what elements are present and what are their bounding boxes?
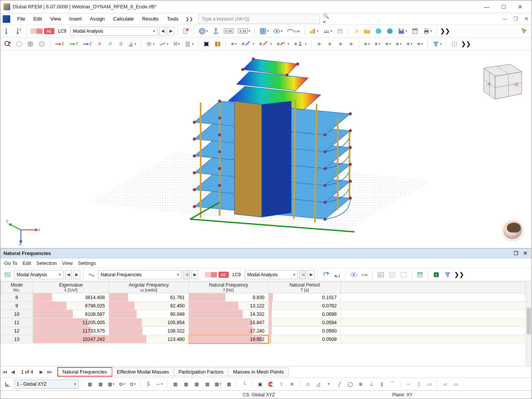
design-situation-swatch[interactable] — [30, 28, 43, 34]
panel-analysis-dd[interactable]: Modal Analysis — [14, 270, 63, 279]
cell-value[interactable]: 11205.005 — [33, 318, 109, 327]
mesh-icon[interactable] — [258, 26, 270, 36]
star-h5-icon[interactable]: ✳ — [405, 39, 414, 49]
view-deformed-icon[interactable] — [14, 26, 24, 36]
snap-cross-icon[interactable]: ✕ — [287, 379, 296, 389]
panel-menu-view[interactable]: View — [62, 260, 73, 266]
cell-mode[interactable]: 9 — [1, 302, 33, 310]
bt-corner-icon[interactable]: └ — [240, 379, 249, 389]
ruler-10-icon[interactable]: 10 — [171, 39, 181, 49]
text-icon[interactable] — [335, 26, 345, 36]
table-scrollbar[interactable] — [526, 281, 532, 366]
building-icon[interactable] — [183, 39, 195, 49]
star-h4-icon[interactable]: ✳ — [394, 39, 403, 49]
cell-value[interactable]: 8108.597 — [33, 310, 109, 318]
bt-grid6[interactable]: ▦ — [224, 379, 233, 389]
bt-icon-1[interactable]: ▦ — [85, 379, 94, 389]
bt-grid1[interactable]: ▦ — [171, 379, 180, 389]
cell-value[interactable]: 82.450 — [109, 302, 189, 310]
bt-run-icon[interactable]: 🏃 — [144, 379, 153, 389]
axis-y-icon[interactable]: Y — [67, 39, 80, 49]
panel-minimize-icon[interactable]: — — [501, 15, 509, 23]
col-natfreq[interactable]: Natural Frequencyf [Hz] — [189, 282, 269, 293]
plane-b-icon[interactable]: ▭ — [451, 379, 460, 389]
cell-value[interactable]: 0.0698 — [269, 310, 341, 318]
panel-lc-prev[interactable]: ◀ — [299, 270, 306, 279]
cell-value[interactable]: 16.847 — [189, 318, 269, 327]
cloud-icon[interactable]: C — [374, 26, 383, 36]
search-advanced-icon[interactable]: 🔍≡ — [323, 15, 331, 23]
results-value-icon[interactable]: x.xx — [222, 26, 235, 36]
bt-grid3[interactable]: ▦ — [192, 379, 201, 389]
view-wire-icon[interactable] — [14, 39, 24, 49]
menu-file[interactable]: File — [13, 14, 29, 23]
shape-line-icon[interactable]: ╱ — [335, 379, 344, 389]
menu-calculate[interactable]: Calculate — [109, 14, 138, 23]
cell-value[interactable]: 15247.242 — [33, 335, 109, 344]
panel-menu-goto[interactable]: Go To — [4, 260, 17, 266]
layer-icon[interactable] — [144, 39, 156, 49]
shape-tangent-icon[interactable]: ⌒ — [388, 379, 397, 389]
snap-mid-icon[interactable]: ⟟ — [277, 379, 286, 389]
shape-intersect-icon[interactable]: ⊗ — [356, 379, 365, 389]
bridge-icon[interactable] — [321, 26, 334, 36]
cell-value[interactable]: 61.761 — [109, 293, 189, 302]
tab-effective-modal-masses[interactable]: Effective Modal Masses — [112, 367, 174, 376]
menu-results[interactable]: Results — [138, 14, 162, 23]
tab-participation-factors[interactable]: Participation Factors — [174, 367, 229, 376]
panel-sync2-icon[interactable] — [332, 270, 342, 280]
table-row[interactable]: 96798.02582.45013.1220.0762 — [1, 302, 532, 310]
app-menu-icon[interactable] — [3, 15, 10, 23]
block-icon[interactable] — [385, 26, 395, 36]
axis-nz-icon[interactable]: -Z — [116, 39, 125, 49]
panel-result-icon[interactable] — [87, 270, 97, 280]
cell-value[interactable]: 0.0594 — [269, 318, 341, 327]
panel-eye-val-icon[interactable]: x.xx — [360, 270, 369, 280]
coord-system-dd[interactable]: 1 - Global XYZ — [14, 380, 79, 389]
cell-value[interactable]: 90.048 — [109, 310, 189, 318]
cell-value[interactable]: 108.322 — [109, 327, 189, 335]
panel-excel-icon[interactable]: X — [431, 270, 441, 280]
panel-close-icon[interactable]: ✕ — [522, 15, 530, 23]
shape-diamond-icon[interactable]: ◇ — [303, 379, 312, 389]
star-h3-icon[interactable]: ✳ — [383, 39, 393, 49]
axis-ny-icon[interactable]: -Y — [105, 39, 114, 49]
cell-mode[interactable]: 10 — [1, 310, 33, 318]
axis-x-icon[interactable]: X — [53, 39, 66, 49]
bt-grid2[interactable]: ▦ — [181, 379, 190, 389]
eye-value-icon[interactable]: x.xx — [285, 26, 301, 36]
results-anchor-icon[interactable] — [211, 26, 221, 36]
menu-insert[interactable]: Insert — [65, 14, 86, 23]
table-row[interactable]: 108108.59790.04814.3320.0698 — [1, 310, 532, 318]
plane-a-icon[interactable]: ▱ — [440, 379, 450, 389]
nav-cube[interactable]: -X -Y — [472, 57, 526, 102]
delete-results-icon[interactable] — [181, 26, 191, 36]
cell-mode[interactable]: 12 — [1, 327, 33, 335]
menu-overflow-icon[interactable]: ❯❯ — [183, 15, 195, 23]
shape-dot-icon[interactable]: • — [324, 379, 333, 389]
menu-view[interactable]: View — [46, 14, 65, 23]
panel-menu-selection[interactable]: Selection — [36, 260, 57, 266]
bt-grid5[interactable]: ▦ — [213, 379, 223, 389]
cell-value[interactable]: 11733.575 — [33, 327, 109, 335]
menu-tools[interactable]: Tools — [163, 14, 182, 23]
col-eigen[interactable]: Eigenvalueλ [1/s²] — [33, 282, 109, 293]
col-mode[interactable]: ModeNo. — [1, 282, 33, 293]
table-row[interactable]: 1315247.242123.48019.6520.0509 — [1, 335, 532, 344]
axis-z-icon[interactable]: Z — [81, 39, 93, 49]
snap-magnet-icon[interactable]: 🧲 — [266, 379, 275, 389]
guide-box-icon[interactable]: ▭ — [425, 379, 434, 389]
print-icon[interactable] — [421, 26, 434, 36]
bt-icon-2[interactable]: ▦ — [96, 379, 105, 389]
loadcase-next-button[interactable]: ▶ — [168, 27, 174, 36]
panel-tbl1-icon[interactable] — [376, 270, 386, 280]
microscope-icon[interactable]: 🔬 — [127, 39, 138, 49]
save-icon[interactable] — [396, 26, 408, 36]
mesh-nodes-icon[interactable] — [201, 39, 211, 49]
pager-prev[interactable]: ◀ — [9, 369, 17, 375]
table-row[interactable]: 1111205.005105.85416.8470.0594 — [1, 318, 532, 327]
menu-assign[interactable]: Assign — [86, 14, 109, 23]
cell-value[interactable]: 0.1017 — [269, 293, 341, 302]
model-viewport[interactable]: X Y Z -X -Y — [0, 51, 532, 248]
minimize-button[interactable]: — — [478, 1, 495, 13]
